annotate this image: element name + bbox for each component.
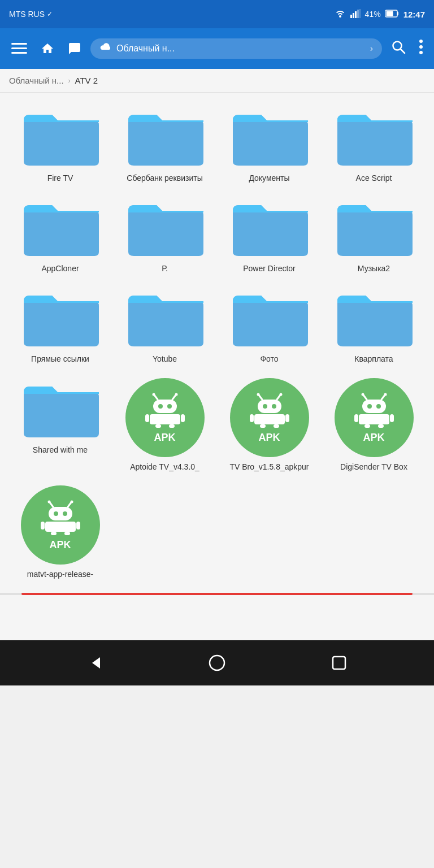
svg-rect-8 <box>11 43 27 45</box>
file-grid: Fire TV Сбербанк реквизиты Документы Ace <box>0 93 434 593</box>
svg-point-58 <box>63 511 67 516</box>
folder-label: Р. <box>162 263 168 274</box>
more-options-button[interactable] <box>415 35 427 62</box>
apk-label-text: APK <box>154 432 175 444</box>
folder-kvarp[interactable]: Кварплата <box>323 283 425 368</box>
svg-point-29 <box>257 393 259 396</box>
carrier-text: MTS RUS <box>9 10 45 19</box>
folder-icon <box>335 197 414 259</box>
signal-icon <box>350 9 361 20</box>
folder-label: AppCloner <box>41 263 79 274</box>
messages-button[interactable] <box>63 37 86 60</box>
folder-icon <box>125 287 205 349</box>
svg-rect-50 <box>364 424 370 428</box>
svg-rect-44 <box>362 400 386 413</box>
folder-label: Прямые ссылки <box>31 354 89 364</box>
folder-label: Ace Script <box>356 173 392 183</box>
svg-rect-7 <box>386 11 393 16</box>
folder-icon <box>21 197 100 259</box>
folder-label: Кварплата <box>354 354 393 364</box>
apk-matvt[interactable]: APK matvt-app-release- <box>9 481 111 584</box>
svg-point-34 <box>272 404 276 409</box>
svg-line-18 <box>172 395 176 400</box>
folder-foto[interactable]: Фото <box>218 283 320 368</box>
cloud-icon <box>99 43 112 54</box>
folder-label: Shared with me <box>33 445 88 455</box>
svg-rect-37 <box>285 414 289 422</box>
folder-ace-script[interactable]: Ace Script <box>323 102 425 188</box>
folder-label: Документы <box>249 173 289 183</box>
svg-line-30 <box>277 395 280 400</box>
svg-line-28 <box>259 395 262 400</box>
svg-rect-63 <box>64 532 70 535</box>
svg-rect-49 <box>390 414 394 422</box>
apk-label-text: APK <box>258 432 280 444</box>
folder-appcloner[interactable]: AppCloner <box>9 192 111 278</box>
home-button[interactable] <box>36 37 59 60</box>
svg-point-22 <box>167 404 172 409</box>
folder-r[interactable]: Р. <box>114 192 216 278</box>
home-nav-button[interactable] <box>203 649 231 677</box>
svg-rect-61 <box>76 522 80 530</box>
apk-icon: APK <box>21 485 100 565</box>
breadcrumb-parent[interactable]: Облачный н... <box>9 76 64 85</box>
search-button[interactable] <box>387 35 410 62</box>
folder-icon <box>21 106 100 168</box>
svg-line-40 <box>363 395 367 400</box>
svg-rect-39 <box>274 424 279 428</box>
folder-docs[interactable]: Документы <box>218 102 320 188</box>
folder-icon <box>335 287 414 349</box>
folder-label: Power Director <box>243 263 296 274</box>
svg-point-14 <box>419 45 423 49</box>
apk-aptoide[interactable]: APK Aptoide TV_v4.3.0_ <box>114 374 216 476</box>
folder-icon <box>21 378 100 440</box>
breadcrumb-cloud-text: Облачный н... <box>116 44 366 54</box>
svg-line-12 <box>401 49 405 53</box>
folder-yotube[interactable]: Yotube <box>114 283 216 368</box>
status-carrier: MTS RUS ✓ <box>9 10 53 19</box>
svg-rect-25 <box>181 414 185 422</box>
carrier-check: ✓ <box>47 10 53 18</box>
svg-rect-24 <box>145 414 149 422</box>
time-text: 12:47 <box>403 10 425 19</box>
apk-label-text: APK <box>49 539 71 551</box>
svg-point-65 <box>210 656 224 670</box>
status-bar: MTS RUS ✓ 41% <box>0 0 434 28</box>
folder-label: Фото <box>260 354 278 364</box>
svg-rect-38 <box>260 424 266 428</box>
apk-file-label: TV Bro_v1.5.8_apkpur <box>229 462 309 472</box>
svg-rect-60 <box>41 522 45 530</box>
svg-point-46 <box>376 404 381 409</box>
folder-power-director[interactable]: Power Director <box>218 192 320 278</box>
svg-rect-20 <box>153 400 177 413</box>
svg-rect-48 <box>354 414 358 422</box>
menu-button[interactable] <box>7 38 32 59</box>
svg-rect-66 <box>333 657 345 669</box>
folder-icon <box>335 106 414 168</box>
folder-sberbank[interactable]: Сбербанк реквизиты <box>114 102 216 188</box>
battery-icon <box>385 10 399 19</box>
apk-icon: APK <box>230 378 309 457</box>
back-button[interactable] <box>81 649 109 677</box>
svg-line-16 <box>154 395 158 400</box>
svg-rect-23 <box>150 414 180 424</box>
svg-rect-10 <box>11 52 27 54</box>
status-icons: 41% 12:47 <box>335 8 425 20</box>
folder-direct-links[interactable]: Прямые ссылки <box>9 283 111 368</box>
folder-shared-with-me[interactable]: Shared with me <box>9 374 111 476</box>
wifi-icon <box>335 8 346 20</box>
folder-icon <box>230 287 309 349</box>
breadcrumb-pill[interactable]: Облачный н... › <box>90 38 382 59</box>
svg-point-21 <box>158 404 163 409</box>
folder-music2[interactable]: Музыка2 <box>323 192 425 278</box>
apk-tv-bro[interactable]: APK TV Bro_v1.5.8_apkpur <box>218 374 320 476</box>
svg-rect-56 <box>49 507 72 520</box>
folder-label: Fire TV <box>47 173 73 183</box>
svg-rect-1 <box>353 13 354 18</box>
svg-rect-3 <box>357 10 359 18</box>
svg-rect-26 <box>155 424 161 428</box>
recents-button[interactable] <box>325 649 353 677</box>
folder-icon <box>125 106 205 168</box>
folder-fire-tv[interactable]: Fire TV <box>9 102 111 188</box>
apk-digisender[interactable]: APK DigiSender TV Box <box>323 374 425 476</box>
